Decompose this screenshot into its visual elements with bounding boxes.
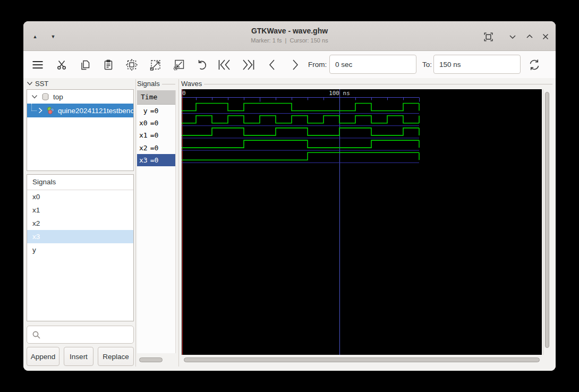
wave-hscrollbar-thumb[interactable]: [184, 357, 540, 362]
wave-signal-row-x3[interactable]: x3=0: [137, 154, 175, 166]
pane-splitter-right[interactable]: [178, 79, 179, 367]
zoom-fit-button[interactable]: [122, 55, 142, 75]
to-input[interactable]: [433, 55, 521, 74]
copy-button[interactable]: [75, 55, 95, 75]
skip-to-start-icon: [218, 58, 232, 71]
signal-list-item-x3[interactable]: x3: [27, 230, 133, 243]
step-back-button[interactable]: [262, 55, 282, 75]
wave-signal-row-x0[interactable]: x0=0: [137, 117, 175, 129]
menu-icon: [31, 58, 44, 71]
tree-item-label: quine20241121testbench: [58, 107, 133, 115]
minimize-button[interactable]: [506, 30, 520, 44]
wave-trace-y: [182, 104, 419, 111]
close-button[interactable]: [539, 30, 552, 44]
replace-button[interactable]: Replace: [98, 347, 134, 366]
from-label: From:: [308, 61, 327, 69]
tree-guide-line: [31, 104, 37, 111]
go-to-end-button[interactable]: [238, 55, 258, 75]
menu-button[interactable]: [28, 55, 48, 75]
append-button[interactable]: Append: [27, 347, 59, 366]
toolbar: From: To:: [23, 51, 556, 79]
expander-open-icon[interactable]: [31, 94, 38, 99]
paste-clipboard-icon: [103, 59, 114, 71]
signal-list-header: Signals: [27, 175, 133, 190]
zoom-fit-icon: [125, 58, 138, 71]
wave-canvas[interactable]: 0100 ns: [182, 89, 542, 355]
names-hscrollbar[interactable]: [137, 356, 175, 363]
signals-frame-label: Signals: [137, 80, 175, 88]
sst-tree: top quine20241121testbench: [27, 89, 134, 171]
undo-button[interactable]: [191, 55, 211, 75]
zoom-out-button[interactable]: [168, 55, 189, 75]
from-input[interactable]: [329, 55, 416, 74]
wave-hscrollbar[interactable]: [182, 356, 542, 363]
zoom-out-icon: [173, 59, 185, 71]
module-colored-icon: [46, 106, 55, 115]
expander-closed-icon[interactable]: [38, 107, 43, 114]
waves-frame-label: Waves: [181, 80, 552, 88]
signal-list-item-y[interactable]: y: [27, 243, 133, 257]
chevron-left-icon: [267, 58, 277, 71]
chevron-down-icon: [27, 81, 33, 86]
cut-button[interactable]: [52, 55, 72, 75]
step-forward-button[interactable]: [285, 55, 305, 75]
wave-names-panel: Time y=0x0=0x1=0x2=0x3=0: [137, 90, 176, 353]
insert-button[interactable]: Insert: [64, 347, 93, 366]
waveform-display: 0100 ns: [182, 89, 542, 355]
skip-to-end-icon: [241, 58, 255, 71]
fullscreen-button[interactable]: [481, 30, 495, 44]
signal-search[interactable]: [27, 326, 134, 344]
fullscreen-icon: [484, 32, 493, 41]
window-title: GTKWave - wave.ghw: [23, 27, 556, 35]
tree-item-top[interactable]: top: [27, 90, 133, 104]
wave-trace-x3: [182, 152, 419, 160]
reload-button[interactable]: [524, 55, 544, 75]
pane-splitter-left[interactable]: [135, 79, 136, 367]
signal-list: Signals x0x1x2x3y: [27, 174, 134, 321]
signal-list-item-x0[interactable]: x0: [27, 190, 133, 203]
wave-trace-x1: [182, 128, 419, 135]
zoom-in-icon: [149, 59, 161, 71]
signal-list-item-x1[interactable]: x1: [27, 203, 133, 217]
wave-trace-x2: [182, 140, 419, 148]
marker-cursor-status: Marker: 1 fs | Cursor: 150 ns: [23, 37, 556, 44]
wave-vscrollbar-thumb[interactable]: [545, 92, 549, 348]
undo-icon: [195, 59, 208, 71]
zoom-in-button[interactable]: [145, 55, 165, 75]
hierarchy-cylinder-icon: [41, 93, 49, 101]
timeline-label-start: 0: [182, 90, 186, 97]
sst-frame-label: SST: [27, 80, 69, 88]
wave-trace-x0: [182, 116, 419, 123]
to-label: To:: [422, 61, 432, 69]
wave-signal-row-x2[interactable]: x2=0: [137, 142, 175, 154]
cut-scissors-icon: [56, 59, 67, 71]
timeline-label-100ns: 100 ns: [329, 90, 350, 97]
wave-vscrollbar[interactable]: [543, 89, 552, 355]
chevron-down-icon: [509, 34, 516, 39]
gtkwave-window: ▲ ▼ GTKWave - wave.ghw Marker: 1 fs | Cu…: [23, 21, 556, 371]
wave-signal-row-x1[interactable]: x1=0: [137, 129, 175, 141]
copy-icon: [79, 59, 91, 71]
tree-item-testbench[interactable]: quine20241121testbench: [27, 104, 133, 117]
tree-item-label: top: [53, 93, 63, 101]
chevron-up-icon: [526, 34, 533, 39]
chevron-right-icon: [291, 58, 300, 71]
search-icon: [32, 330, 41, 339]
wave-signal-row-y[interactable]: y=0: [137, 105, 175, 117]
titlebar[interactable]: ▲ ▼ GTKWave - wave.ghw Marker: 1 fs | Cu…: [23, 21, 556, 51]
names-hscrollbar-thumb[interactable]: [139, 357, 163, 362]
reload-icon: [528, 58, 541, 71]
maximize-button[interactable]: [523, 30, 537, 44]
time-column-header[interactable]: Time: [137, 90, 175, 105]
paste-button[interactable]: [98, 55, 118, 75]
content-area: SST top quine20241121testben: [23, 78, 556, 371]
close-icon: [542, 33, 549, 40]
signal-list-item-x2[interactable]: x2: [27, 217, 133, 230]
go-to-start-button[interactable]: [215, 55, 235, 75]
